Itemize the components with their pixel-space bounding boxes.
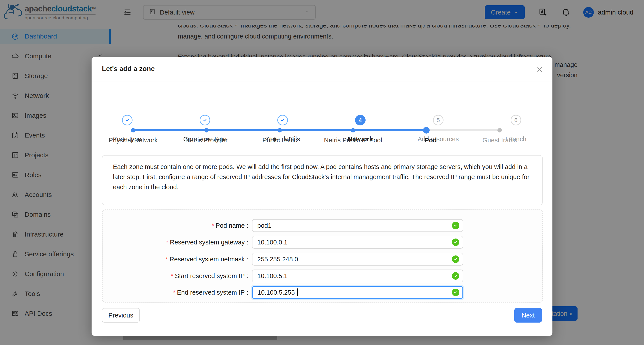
substep-connector: [133, 130, 206, 131]
substep-label: Netris Public IP Pool: [314, 137, 393, 144]
substep-connector: [280, 130, 353, 131]
step-circle-zone-details[interactable]: [277, 115, 288, 126]
previous-button[interactable]: Previous: [102, 308, 140, 322]
required-marker: *: [166, 256, 168, 263]
text-caret: [297, 288, 298, 296]
step-circle-add-resources[interactable]: 5: [433, 115, 444, 126]
required-marker: *: [173, 289, 176, 296]
reserved-system-netmask-input-wrap: [252, 253, 463, 266]
step-number: 5: [437, 117, 440, 124]
app-root: apachecloudstackTM open source cloud com…: [0, 0, 644, 345]
step-connector: [368, 120, 431, 120]
required-marker: *: [212, 222, 214, 229]
step-circle-core-zone-type[interactable]: [200, 115, 210, 126]
pod-info-box: Each zone must contain one or more pods.…: [102, 155, 543, 205]
required-marker: *: [166, 239, 168, 246]
step-number: 4: [359, 117, 362, 124]
substep-connector: [353, 130, 426, 131]
step-connector: [212, 120, 275, 120]
add-zone-modal: Let's add a zone 4 5 6 Zone type Core zo…: [92, 57, 552, 336]
pod-name-input-wrap: [252, 219, 463, 232]
step-connector: [135, 120, 198, 120]
substep-dot-guest-traffic[interactable]: [498, 128, 502, 132]
substep-dot-netris-public-ip-pool[interactable]: [351, 128, 355, 132]
substep-connector: [426, 130, 500, 131]
step-circle-network[interactable]: 4: [355, 115, 366, 126]
substep-label: Physical Network: [94, 137, 173, 144]
substep-label: Guest traffic: [460, 137, 539, 144]
field-label: *Pod name :: [102, 219, 248, 232]
substep-label: Pod: [391, 137, 470, 144]
field-label: *Start reserved system IP :: [102, 270, 248, 282]
step-circle-launch[interactable]: 6: [510, 115, 521, 126]
next-button[interactable]: Next: [514, 308, 542, 322]
reserved-system-netmask-input[interactable]: [252, 253, 463, 266]
check-icon: [280, 117, 286, 123]
reserved-system-gateway-input[interactable]: [252, 236, 463, 249]
substep-dot-pod[interactable]: [423, 127, 430, 134]
start-reserved-system-ip-input[interactable]: [252, 270, 463, 282]
close-icon[interactable]: [535, 65, 544, 74]
wizard-steps: 4 5 6 Zone type Core zone type Zone deta…: [92, 82, 552, 126]
field-label: *Reserved system netmask :: [102, 253, 248, 266]
pod-name-input[interactable]: [252, 219, 463, 232]
modal-header: Let's add a zone: [92, 57, 552, 82]
field-label: *End reserved system IP :: [102, 286, 248, 299]
valid-check-icon: [452, 289, 459, 296]
substep-label: Public traffic: [240, 137, 319, 144]
end-reserved-system-ip-input-wrap: [252, 286, 463, 299]
step-number: 6: [514, 117, 518, 124]
start-reserved-system-ip-input-wrap: [252, 270, 463, 282]
valid-check-icon: [452, 222, 459, 229]
step-connector: [446, 120, 508, 120]
step-connector: [290, 120, 353, 120]
valid-check-icon: [452, 256, 459, 263]
substep-label: Netris Provider: [167, 137, 246, 144]
pod-form: *Pod name : *Reserved system gateway : *…: [102, 210, 543, 302]
end-reserved-system-ip-input[interactable]: [252, 286, 463, 299]
substep-connector: [206, 130, 280, 131]
check-icon: [124, 117, 130, 123]
substep-dot-public-traffic[interactable]: [278, 128, 282, 132]
modal-title: Let's add a zone: [102, 65, 155, 73]
reserved-system-gateway-input-wrap: [252, 236, 463, 249]
check-icon: [202, 117, 208, 123]
required-marker: *: [171, 272, 173, 280]
valid-check-icon: [452, 238, 459, 246]
valid-check-icon: [452, 272, 459, 280]
field-label: *Reserved system gateway :: [102, 236, 248, 249]
substep-dot-physical-network[interactable]: [131, 128, 135, 132]
step-circle-zone-type[interactable]: [122, 115, 132, 126]
substep-dot-netris-provider[interactable]: [204, 128, 209, 132]
